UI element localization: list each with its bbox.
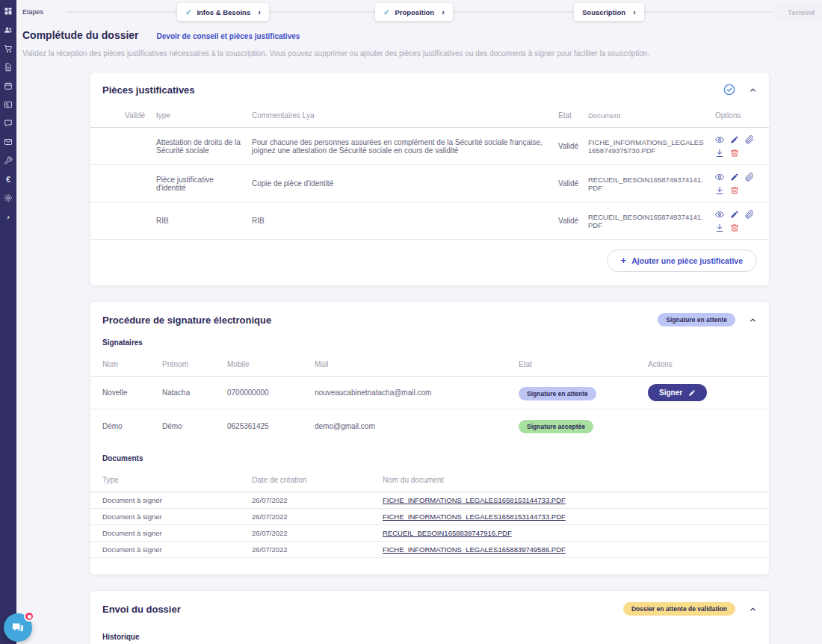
users-icon[interactable] — [4, 25, 13, 34]
card-pieces-justificatives: Pièces justificatives Validé type Commen… — [90, 72, 770, 286]
piece-comment: Pour chacune des personnes assurées en c… — [252, 138, 558, 155]
dashboard-icon[interactable] — [4, 7, 13, 16]
sidebar-expand-icon[interactable]: › — [4, 212, 13, 221]
check-icon: ✓ — [383, 8, 389, 16]
piece-comment: Copie de pièce d'identité — [252, 179, 558, 188]
signer-label: Signer — [659, 388, 682, 397]
piece-comment: RIB — [252, 217, 558, 225]
collapse-caret-icon[interactable] — [749, 316, 757, 324]
signatory-mobile: 0700000000 — [227, 388, 315, 397]
document-link[interactable]: RECUEIL_BESOIN1658839747916.PDF — [383, 529, 512, 537]
main-content: Etapes ✓ Infos & Besoins › ✓ Proposition… — [16, 0, 822, 644]
attach-icon[interactable] — [745, 135, 754, 144]
document-link[interactable]: FICHE_INFORMATIONS_LEGALES1658153144733.… — [383, 496, 566, 504]
signatory-nom: Démo — [102, 422, 162, 430]
piece-type: Pièce justificative d'identité — [156, 176, 252, 192]
piece-row: Pièce justificative d'identité Copie de … — [90, 165, 769, 202]
column-header-date: Date de création — [252, 476, 383, 484]
attach-icon[interactable] — [745, 173, 754, 182]
document-type: Document à signer — [102, 496, 252, 504]
piece-etat: Validé — [558, 142, 588, 150]
payments-icon[interactable] — [4, 100, 13, 109]
view-icon[interactable] — [715, 210, 724, 219]
page-title: Complétude du dossier — [22, 29, 139, 41]
column-header-etat: Etat — [558, 111, 588, 120]
column-header-mobile: Mobile — [227, 360, 315, 368]
piece-type: RIB — [156, 217, 252, 225]
cart-icon[interactable] — [4, 44, 13, 53]
page-heading: Complétude du dossier Devoir de conseil … — [22, 29, 822, 41]
step-infos-besoins[interactable]: ✓ Infos & Besoins › — [177, 3, 269, 21]
chevron-right-icon: › — [258, 7, 261, 16]
document-link[interactable]: FICHE_INFORMATIONS_LEGALES1658153144733.… — [383, 513, 566, 521]
piece-document: FICHE_INFORMATIONS_LEGALES1658749375730.… — [588, 138, 715, 155]
step-label: Terminé — [788, 8, 815, 16]
chat-bubbles-icon — [10, 620, 25, 635]
edit-icon[interactable] — [730, 173, 739, 182]
edit-icon[interactable] — [730, 210, 739, 219]
document-type: Document à signer — [102, 545, 252, 554]
mail-icon[interactable] — [4, 137, 13, 146]
add-piece-label: Ajouter une pièce justificative — [631, 256, 743, 265]
document-row: Document à signer 26/07/2022 FICHE_INFOR… — [90, 509, 769, 525]
signataires-label: Signataires — [90, 335, 769, 353]
signatory-row: Démo Démo 0625361425 demo@gmail.com Sign… — [90, 409, 769, 442]
delete-icon[interactable] — [730, 186, 739, 195]
delete-icon[interactable] — [730, 223, 739, 232]
collapse-caret-icon[interactable] — [749, 86, 757, 94]
signatory-status-badge: Signature en attente — [519, 387, 596, 400]
signatories-table-header: Nom Prénom Mobile Mail Etat Actions — [90, 353, 769, 377]
piece-etat: Validé — [558, 217, 588, 225]
documents-icon[interactable] — [4, 63, 13, 72]
document-type: Document à signer — [102, 513, 252, 521]
pieces-table-header: Validé type Commentaires Lya Etat Docume… — [90, 104, 769, 128]
column-header-nom: Nom — [102, 360, 162, 368]
card-signature: Procédure de signature électronique Sign… — [90, 301, 770, 575]
signature-status-badge: Signature en attente — [658, 313, 735, 326]
piece-row: RIB RIB Validé RECUEIL_BESOIN16587493741… — [90, 202, 769, 240]
step-souscription[interactable]: Souscription › — [574, 3, 644, 21]
step-proposition[interactable]: ✓ Proposition › — [375, 3, 453, 21]
calendar-icon[interactable] — [4, 81, 13, 90]
collapse-caret-icon[interactable] — [749, 605, 757, 613]
add-piece-button[interactable]: + Ajouter une pièce justificative — [607, 250, 757, 272]
column-header-type: Type — [102, 476, 252, 484]
piece-type: Attestation de droits de la Sécurité soc… — [156, 138, 252, 155]
attach-icon[interactable] — [745, 210, 754, 219]
column-header-comment: Commentaires Lya — [252, 111, 558, 120]
document-date: 26/07/2022 — [252, 545, 383, 554]
download-icon[interactable] — [715, 149, 724, 158]
piece-row: Attestation de droits de la Sécurité soc… — [90, 128, 769, 165]
signer-button[interactable]: Signer — [648, 384, 707, 401]
euro-icon[interactable]: € — [4, 175, 13, 184]
stepper-label: Etapes — [22, 8, 43, 16]
stepper: Etapes ✓ Infos & Besoins › ✓ Proposition… — [16, 0, 822, 24]
delete-icon[interactable] — [730, 149, 739, 158]
page-description: Validez la réception des pièces justific… — [22, 49, 822, 58]
card-title: Envoi du dossier — [102, 604, 623, 615]
download-icon[interactable] — [715, 186, 724, 195]
column-header-mail: Mail — [315, 360, 519, 368]
column-header-prenom: Prénom — [162, 360, 227, 368]
document-row: Document à signer 26/07/2022 RECUEIL_BES… — [90, 525, 769, 542]
document-link[interactable]: FICHE_INFORMATIONS_LEGALES1658839749586.… — [383, 545, 566, 554]
chat-widget-button[interactable] — [4, 613, 32, 642]
piece-document: RECUEIL_BESOIN1658749374141.PDF — [588, 213, 715, 229]
column-header-actions: Actions — [648, 360, 757, 368]
view-icon[interactable] — [715, 173, 724, 182]
subtitle-link[interactable]: Devoir de conseil et pièces justificativ… — [157, 32, 300, 40]
card-title: Procédure de signature électronique — [102, 315, 658, 326]
tools-icon[interactable] — [4, 156, 13, 165]
signatory-mail: demo@gmail.com — [315, 422, 519, 430]
column-header-valide: Validé — [125, 111, 156, 120]
check-circle-icon[interactable] — [723, 84, 735, 96]
edit-icon[interactable] — [730, 135, 739, 144]
settings-icon[interactable] — [4, 193, 13, 202]
column-header-type: type — [156, 111, 252, 120]
download-icon[interactable] — [715, 223, 724, 232]
step-label: Souscription — [582, 8, 625, 16]
documents-label: Documents — [90, 442, 769, 468]
view-icon[interactable] — [715, 135, 724, 144]
chat-icon[interactable] — [4, 119, 13, 128]
document-date: 26/07/2022 — [252, 496, 383, 504]
